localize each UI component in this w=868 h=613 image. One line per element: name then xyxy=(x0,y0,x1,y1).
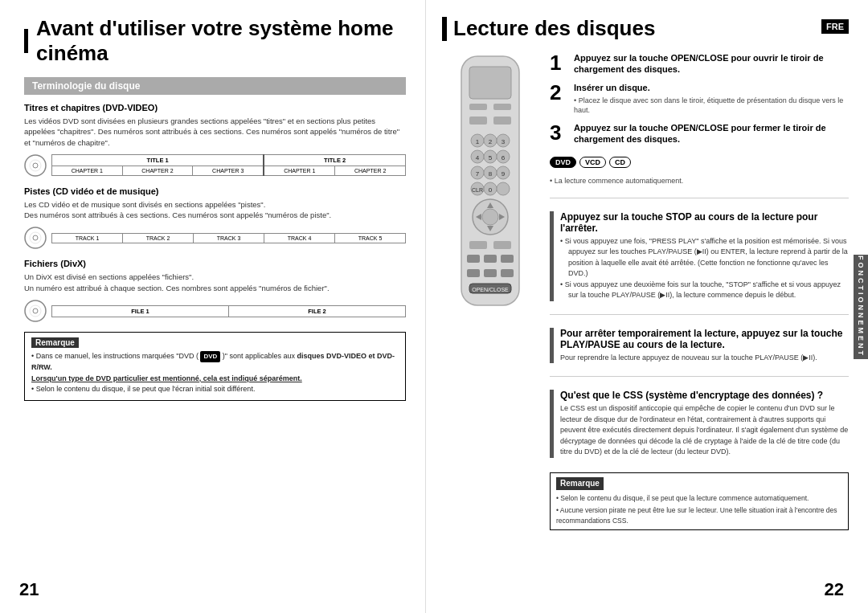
svg-rect-47 xyxy=(484,255,497,263)
svg-text:CLR: CLR xyxy=(472,187,483,193)
svg-point-8 xyxy=(30,305,41,317)
fonctionnement-sidebar: FONCTIONNEMENT xyxy=(854,255,868,359)
right-page-title: Lecture des disques xyxy=(442,16,655,41)
pistes-title: Pistes (CD vidéo et de musique) xyxy=(24,186,406,196)
pause-sub: Pour reprendre la lecture appuyez de nou… xyxy=(560,353,849,364)
fichiers-text: Un DivX est divisé en sections appelées … xyxy=(24,272,406,293)
disc-icon-dvd xyxy=(24,154,47,177)
left-page: Avant d'utiliser votre système home ciné… xyxy=(0,0,426,613)
dvd-diagram: TITLE 1 TITLE 2 CHAPTER 1 CHAPTER 2 CHAP… xyxy=(24,154,406,177)
svg-rect-45 xyxy=(493,241,511,249)
badge-dvd: DVD xyxy=(550,157,576,168)
svg-point-2 xyxy=(30,160,41,171)
fichiers-title: Fichiers (DivX) xyxy=(24,259,406,268)
step-1: 1 Appuyez sur la touche OPEN/CLOSE pour … xyxy=(550,52,849,76)
dvd-titles-table: TITLE 1 TITLE 2 CHAPTER 1 CHAPTER 2 CHAP… xyxy=(51,154,406,176)
remark-box-left: Remarque • Dans ce manuel, les instructi… xyxy=(24,332,406,401)
subsection-fichiers: Fichiers (DivX) Un DivX est divisé en se… xyxy=(24,259,406,322)
stop-bullets: Si vous appuyez une fois, "PRESS PLAY" s… xyxy=(560,236,849,301)
badge-cd: CD xyxy=(609,157,631,168)
stop-section: Appuyez sur la touche STOP au cours de l… xyxy=(550,211,849,301)
subsection-dvd: Titres et chapitres (DVD-VIDEO) Les vidé… xyxy=(24,103,406,177)
step-2-content: Insérer un disque. Placez le disque avec… xyxy=(574,82,849,116)
step-3-main: Appuyez sur la touche OPEN/CLOSE pour fe… xyxy=(574,122,849,145)
subsection-pistes: Pistes (CD vidéo et de musique) Les CD v… xyxy=(24,186,406,250)
dvd-text: Les vidéos DVD sont divisées en plusieur… xyxy=(24,116,406,148)
css-title: Qu'est que le CSS (système d'encryptage … xyxy=(560,390,849,401)
remark-bullet-3: • Selon le contenu du disque, il se peut… xyxy=(31,385,255,393)
disc-icon-fichiers xyxy=(24,300,47,322)
remark-text-left: • Dans ce manuel, les instructions marqu… xyxy=(31,351,399,395)
content-area: 1 2 3 4 5 6 7 8 9 CLR 0 xyxy=(442,52,849,597)
left-title-text: Avant d'utiliser votre système home ciné… xyxy=(36,16,406,66)
svg-point-5 xyxy=(30,232,41,243)
svg-text:OPEN/CLOSE: OPEN/CLOSE xyxy=(472,287,509,292)
pistes-diagram: TRACK 1 TRACK 2 TRACK 3 TRACK 4 TRACK 5 xyxy=(24,227,406,249)
divider-1 xyxy=(550,198,849,198)
instructions-column: 1 Appuyez sur la touche OPEN/CLOSE pour … xyxy=(550,52,849,597)
divider-3 xyxy=(550,376,849,377)
stop-bullet-2: Si vous appuyez une deuxième fois sur la… xyxy=(560,280,849,301)
svg-text:9: 9 xyxy=(502,170,506,178)
svg-point-3 xyxy=(25,227,46,248)
page-number-left: 21 xyxy=(19,579,39,600)
remark-title-right: Remarque xyxy=(556,477,604,491)
auto-play-text: La lecture commence automatiquement. xyxy=(550,177,849,185)
dvd-title: Titres et chapitres (DVD-VIDEO) xyxy=(24,103,406,112)
svg-text:4: 4 xyxy=(476,154,480,161)
fre-badge: FRE xyxy=(821,19,849,34)
svg-rect-14 xyxy=(493,116,511,125)
svg-rect-44 xyxy=(469,241,487,249)
page-number-right: 22 xyxy=(825,579,844,600)
svg-text:5: 5 xyxy=(489,154,493,161)
svg-text:2: 2 xyxy=(489,138,493,145)
svg-rect-51 xyxy=(501,269,514,277)
pistes-table: TRACK 1 TRACK 2 TRACK 3 TRACK 4 TRACK 5 xyxy=(51,233,406,243)
svg-point-0 xyxy=(25,155,46,176)
stop-bullet-1: Si vous appuyez une fois, "PRESS PLAY" s… xyxy=(560,236,849,280)
step-2-number: 2 xyxy=(550,82,567,103)
svg-point-6 xyxy=(25,300,46,321)
step-1-content: Appuyez sur la touche OPEN/CLOSE pour ou… xyxy=(574,52,849,76)
step-2-sub: Placez le disque avec son dans le tiroir… xyxy=(574,96,849,116)
section-header-text: Terminologie du disque xyxy=(32,80,140,92)
svg-text:8: 8 xyxy=(489,170,493,178)
remark-bullet-1: • Dans ce manuel, les instructions marqu… xyxy=(31,352,395,371)
remark-box-right: Remarque • Selon le contenu du disque, i… xyxy=(550,472,849,530)
svg-rect-50 xyxy=(484,269,497,277)
svg-text:6: 6 xyxy=(502,154,506,161)
fichiers-table: FILE 1 FILE 2 xyxy=(51,305,406,317)
pause-section: Pour arrêter temporairement la lecture, … xyxy=(550,328,849,364)
disc-badges: DVD VCD CD xyxy=(550,157,849,168)
remark-title-left: Remarque xyxy=(31,337,79,348)
svg-rect-49 xyxy=(467,269,480,277)
svg-rect-12 xyxy=(493,104,511,110)
disc-icon-pistes xyxy=(24,227,47,249)
svg-text:0: 0 xyxy=(489,186,493,194)
step-1-number: 1 xyxy=(550,52,567,73)
svg-point-7 xyxy=(33,309,38,313)
step-3-content: Appuyez sur la touche OPEN/CLOSE pour fe… xyxy=(574,122,849,145)
remote-column: 1 2 3 4 5 6 7 8 9 CLR 0 xyxy=(442,52,538,597)
dvd-badge: DVD xyxy=(200,351,220,362)
svg-point-1 xyxy=(33,163,38,168)
badge-vcd: VCD xyxy=(579,157,606,168)
step-3: 3 Appuyez sur la touche OPEN/CLOSE pour … xyxy=(550,122,849,145)
pistes-text: Les CD vidéo et de musique sont divisés … xyxy=(24,199,406,221)
step-2: 2 Insérer un disque. Placez le disque av… xyxy=(550,82,849,116)
fichiers-diagram: FILE 1 FILE 2 xyxy=(24,300,406,322)
section-header: Terminologie du disque xyxy=(24,77,406,95)
svg-text:1: 1 xyxy=(476,138,480,145)
remark-bullet-2: Lorsqu'un type de DVD particulier est me… xyxy=(31,374,302,382)
svg-rect-48 xyxy=(501,255,514,263)
divider-2 xyxy=(550,314,849,315)
svg-rect-13 xyxy=(469,116,487,125)
svg-rect-10 xyxy=(469,67,511,99)
svg-text:3: 3 xyxy=(502,138,506,145)
step-3-number: 3 xyxy=(550,122,567,143)
right-title-area: Lecture des disques FRE xyxy=(442,16,849,41)
step-1-main: Appuyez sur la touche OPEN/CLOSE pour ou… xyxy=(574,52,849,76)
svg-rect-46 xyxy=(467,255,480,263)
svg-point-4 xyxy=(33,235,38,240)
left-page-title: Avant d'utiliser votre système home ciné… xyxy=(24,16,406,66)
